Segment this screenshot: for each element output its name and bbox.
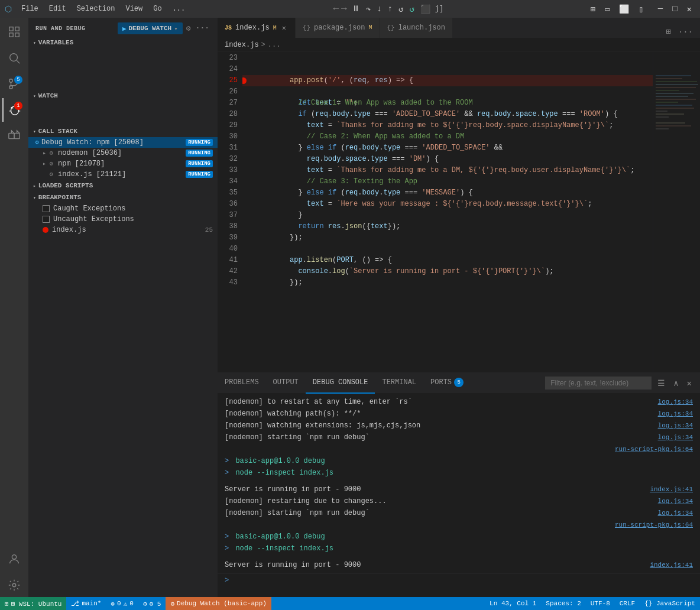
panel-collapse-icon[interactable]: ∧ <box>670 377 682 390</box>
console-filter-input[interactable] <box>545 377 652 390</box>
breakpoints-section: ▾ BREAKPOINTS Caught Exceptions Uncaught… <box>28 192 218 235</box>
status-errors[interactable]: ⊗ 0 ⚠ 0 <box>106 597 138 610</box>
callstack-item-nodemon[interactable]: ▸ ⚙ nodemon [25036] RUNNING <box>28 148 218 158</box>
activity-search[interactable] <box>2 46 26 70</box>
nav-back-button[interactable]: ← <box>333 4 339 14</box>
run-script-link-1[interactable]: run-script-pkg.js:64 <box>615 444 693 455</box>
menu-selection[interactable]: Selection <box>72 4 120 14</box>
toggle-panel-button[interactable]: ⬜ <box>615 3 633 15</box>
more-tabs-button[interactable]: ··· <box>676 26 695 38</box>
status-encoding[interactable]: UTF-8 <box>586 597 615 610</box>
debug-settings-icon[interactable]: ⚙ <box>185 22 192 34</box>
svg-rect-31 <box>656 128 669 129</box>
tab-ports[interactable]: PORTS 5 <box>423 373 471 394</box>
status-debug-count[interactable]: ⚙ ⚙ 5 <box>138 597 166 610</box>
tab-output[interactable]: OUTPUT <box>266 373 306 394</box>
customize-layout-button[interactable]: ⊞ <box>586 3 598 15</box>
maximize-button[interactable]: □ <box>669 3 680 15</box>
code-line-39 <box>242 232 653 244</box>
menu-edit[interactable]: Edit <box>44 4 71 14</box>
debug-stop-button[interactable]: ⬛ <box>418 3 433 15</box>
callstack-header[interactable]: ▾ CALL STACK <box>28 125 218 137</box>
status-git-branch[interactable]: ⎇ main* <box>66 597 106 610</box>
run-script-link-2[interactable]: run-script-pkg.js:64 <box>615 520 693 530</box>
run-debug-header: RUN AND DEBUG ▶ Debug Watch ▾ ⚙ ··· <box>28 18 218 37</box>
log-link-6[interactable]: log.js:34 <box>658 508 693 518</box>
debug-continue-button[interactable]: ↺ <box>396 3 406 15</box>
toggle-aux-sidebar-button[interactable]: ▯ <box>635 3 647 15</box>
callstack-item-indexjs[interactable]: ⚙ index.js [21121] RUNNING <box>28 169 218 180</box>
tabs-bar: JS index.js M ✕ {} package.json M {} lau… <box>218 18 700 38</box>
menu-more[interactable]: ... <box>168 4 190 14</box>
watch-header[interactable]: ▾ WATCH <box>28 90 218 102</box>
svg-rect-22 <box>656 99 696 100</box>
nav-forward-button[interactable]: → <box>341 4 347 14</box>
tab-packagejson[interactable]: {} package.json M <box>296 18 380 38</box>
log-link-5[interactable]: log.js:34 <box>658 496 693 507</box>
panel-close-icon[interactable]: ✕ <box>683 377 695 390</box>
debug-step-into-button[interactable]: ↓ <box>374 3 384 15</box>
status-wsl[interactable]: ⊞ ⊞ WSL: Ubuntu <box>0 597 66 610</box>
callstack-item-npm[interactable]: ▸ ⚙ npm [21078] RUNNING <box>28 158 218 169</box>
breadcrumb-file[interactable]: index.js <box>225 41 259 49</box>
console-input[interactable] <box>232 575 693 586</box>
uncaught-exceptions-checkbox[interactable] <box>43 216 50 223</box>
menu-file[interactable]: File <box>17 4 43 14</box>
tab-indexjs[interactable]: JS index.js M ✕ <box>218 18 296 38</box>
menu-view[interactable]: View <box>121 4 147 14</box>
status-position[interactable]: Ln 43, Col 1 <box>485 597 541 610</box>
panel-list-icon[interactable]: ☰ <box>654 377 669 390</box>
activity-settings[interactable] <box>2 573 26 597</box>
code-line-24: app.post('/', (req, res) => { <box>242 64 653 75</box>
callstack-item-debug-watch[interactable]: ⚙ Debug Watch: npm [25008] RUNNING <box>28 137 218 148</box>
activity-debug[interactable]: 1 <box>2 98 26 122</box>
debug-step-over-button[interactable]: ↷ <box>364 3 373 15</box>
caught-exceptions-checkbox[interactable] <box>43 205 50 212</box>
log-link-3[interactable]: log.js:34 <box>658 420 693 431</box>
index-link-1[interactable]: index.js:41 <box>650 484 693 495</box>
log-link-2[interactable]: log.js:34 <box>658 408 693 419</box>
minimize-button[interactable]: ─ <box>654 3 666 15</box>
breakpoint-caught-exceptions[interactable]: Caught Exceptions <box>28 203 218 214</box>
status-spaces[interactable]: Spaces: 2 <box>541 597 585 610</box>
loaded-scripts-header[interactable]: ▸ LOADED SCRIPTS <box>28 180 218 192</box>
close-button[interactable]: ✕ <box>683 3 695 15</box>
log-link-1[interactable]: log.js:34 <box>658 397 693 407</box>
tab-problems[interactable]: PROBLEMS <box>218 373 266 394</box>
status-line-ending[interactable]: CRLF <box>615 597 640 610</box>
status-language[interactable]: {} JavaScript <box>640 597 700 610</box>
console-line-5: run-script-pkg.js:64 <box>218 443 700 455</box>
breakpoint-uncaught-exceptions[interactable]: Uncaught Exceptions <box>28 214 218 225</box>
code-line-31: req.body.space.type === 'DM') { <box>242 142 653 154</box>
debug-play-button[interactable]: ▶ Debug Watch ▾ <box>118 22 183 34</box>
status-debug-session[interactable]: ⚙ Debug Watch (basic-app) <box>166 597 271 610</box>
debug-restart-button[interactable]: ↺ <box>407 3 416 15</box>
index-link-2[interactable]: index.js:41 <box>650 560 693 570</box>
breadcrumb-path[interactable]: ... <box>268 41 281 49</box>
tab-terminal[interactable]: TERMINAL <box>375 373 423 394</box>
activity-extensions[interactable] <box>2 124 26 148</box>
tab-launchjson[interactable]: {} launch.json <box>380 18 453 38</box>
breakpoint-indexjs[interactable]: index.js 25 <box>28 225 218 235</box>
tab-debug-console[interactable]: DEBUG CONSOLE <box>306 373 375 394</box>
toggle-sidebar-button[interactable]: ▭ <box>601 3 613 15</box>
code-line-33: // Case 3: Texting the App <box>242 165 653 176</box>
menu-go[interactable]: Go <box>148 4 166 14</box>
activity-source-control[interactable]: 5 <box>2 72 26 96</box>
breakpoints-header[interactable]: ▾ BREAKPOINTS <box>28 192 218 203</box>
svg-rect-19 <box>656 90 679 91</box>
svg-rect-1 <box>15 27 19 31</box>
tab-label-packagejson: package.json <box>314 24 365 32</box>
debug-more-icon[interactable]: ··· <box>195 22 210 34</box>
debug-step-out-button[interactable]: ↑ <box>385 3 395 15</box>
tab-close-indexjs[interactable]: ✕ <box>280 23 288 33</box>
console-line-7: > node --inspect index.js <box>218 467 700 479</box>
code-editor: 23 24 25 26 27 28 29 30 31 32 33 34 35 3… <box>218 51 700 372</box>
variables-header[interactable]: ▾ VARIABLES <box>28 37 218 48</box>
warning-icon: ⚠ <box>124 600 128 608</box>
activity-explorer[interactable] <box>2 20 26 44</box>
activity-accounts[interactable] <box>2 547 26 571</box>
debug-pause-button[interactable]: ⏸ <box>349 3 362 15</box>
log-link-4[interactable]: log.js:34 <box>658 432 693 443</box>
split-editor-button[interactable]: ⊞ <box>663 25 673 38</box>
